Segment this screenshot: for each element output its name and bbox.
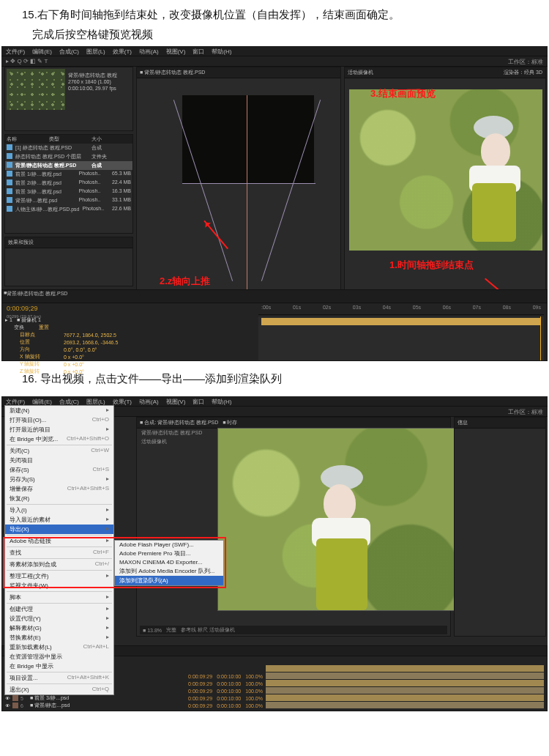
- comp-frame: [217, 428, 459, 611]
- playhead: [540, 316, 541, 360]
- export-submenu[interactable]: Adobe Flash Player (SWF)...Adobe Premier…: [114, 540, 224, 586]
- composition-panel: ■ 合成: 背景/静态转动态 教程.PSD ■ 时存 背景/静态转动态 教程.P…: [136, 417, 451, 637]
- preview-image: [349, 89, 542, 251]
- comp-tab: ■ 合成: 背景/静态转动态 教程.PSD ■ 时存: [137, 418, 450, 429]
- preview-title: 活动摄像机 渲染器：经典 3D: [345, 67, 545, 78]
- layer-bar: [261, 318, 541, 325]
- timeline-tab: ■ 背景/静态转动态 教程.PSD: [2, 290, 547, 303]
- project-panel: 背景/静态转动态 教程2760 x 1840 (1.00)0:00:10:00,…: [4, 67, 133, 131]
- annot-3: 3.结束画面预览: [370, 87, 436, 100]
- timeline-panel: ■ 背景/静态转动态 教程.PSD 0:00:09;29 00299 (29.9…: [1, 289, 548, 361]
- step15-sub: 完成后按空格键预览视频: [0, 28, 549, 46]
- camera-frame: [182, 95, 314, 183]
- proj-meta: 背景/静态转动态 教程2760 x 1840 (1.00)0:00:10:00,…: [68, 72, 117, 92]
- fx-title: 效果和预设: [5, 237, 132, 248]
- info-panel: 信息: [454, 417, 546, 637]
- comp-tab: ■ 背景/静态转动态 教程.PSD: [137, 67, 340, 78]
- ae-screenshot-1: 文件(F)编辑(E)合成(C)图层(L)效果(T)动画(A)视图(V)窗口帮助(…: [1, 46, 548, 361]
- annot-2: 2.z轴向上推: [160, 275, 210, 288]
- girl-face: [324, 484, 356, 522]
- girl-face: [481, 133, 510, 168]
- comp-footer: ■ 13.8%完整参考线 标尺 活动摄像机: [140, 626, 447, 634]
- girl-dress: [472, 183, 516, 242]
- toolbar: ▸ ✥ Q ⟳ ◧ ✎ T 工作区：标准: [1, 56, 548, 67]
- time-ruler: :00s01s02s03s04s05s06s07s08s09s: [258, 303, 544, 315]
- camera-axis: [247, 95, 247, 315]
- proj-thumb: [7, 69, 65, 110]
- ae-screenshot-2: 文件(F)编辑(E)合成(C)图层(L)效果(T)动画(A)视图(V)窗口帮助(…: [1, 396, 548, 711]
- preview-image: [218, 429, 458, 610]
- girl-dress: [316, 538, 367, 610]
- comp-path: 背景/静态转动态 教程.PSD: [141, 429, 202, 437]
- annot-1: 1.时间轴拖到结束点: [389, 259, 474, 272]
- effects-panel: 效果和预设: [4, 237, 133, 286]
- track-area: [266, 665, 544, 708]
- step15-title: 15.右下角时间轴拖到结束处，改变摄像机位置（自由发挥），结束画面确定。: [0, 0, 549, 28]
- project-files: 名称类型大小[1] 静态转动态 教程.PSD合成静态转动态 教程.PSD 个图层…: [4, 134, 133, 234]
- active-cam: 活动摄像机: [141, 438, 167, 445]
- camera-guide: [182, 183, 315, 184]
- track-area: [258, 316, 544, 360]
- menubar: 文件(F)编辑(E)合成(C)图层(L)效果(T)动画(A)视图(V)窗口帮助(…: [1, 46, 548, 56]
- file-menu[interactable]: 新建(N)打开项目(O)...Ctrl+O打开最近的项目在 Bridge 中浏览…: [4, 405, 114, 695]
